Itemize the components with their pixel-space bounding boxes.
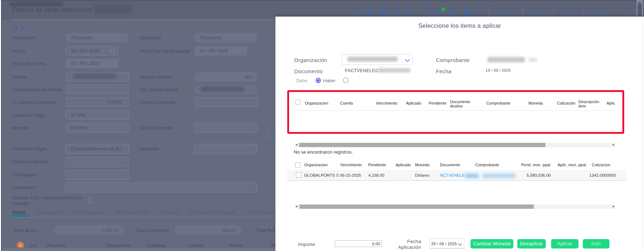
svg-text:1: 1 — [442, 8, 444, 11]
svg-text:A: A — [408, 9, 411, 14]
